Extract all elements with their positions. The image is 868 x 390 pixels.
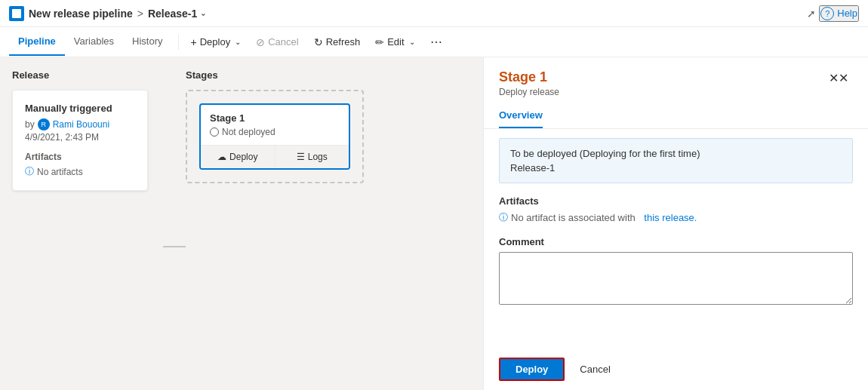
close-icon: ✕ [829, 72, 848, 84]
left-panel: Release Manually triggered by R Rami Bou… [0, 57, 483, 390]
deploy-status-box: To be deployed (Deploying for the first … [499, 138, 853, 183]
right-panel-header: Stage 1 Deploy release ✕ [484, 57, 868, 103]
stages-section-label: Stages [186, 69, 471, 81]
tab-pipeline[interactable]: Pipeline [9, 28, 65, 56]
edit-icon: ✏ [375, 36, 384, 48]
deploy-status-line1: To be deployed (Deploying for the first … [510, 148, 842, 159]
tab-variables[interactable]: Variables [65, 28, 123, 56]
app-icon [9, 6, 24, 21]
nav-divider [178, 35, 179, 50]
connector-line [163, 246, 186, 247]
edit-toolbar-label: Edit [387, 36, 404, 48]
not-deployed-icon [210, 127, 219, 137]
pipeline-name[interactable]: New release pipeline [29, 8, 133, 20]
more-options-button[interactable]: ⋯ [424, 31, 448, 53]
stage-logs-button[interactable]: ☰ Logs [275, 146, 349, 168]
cancel-icon: ⊘ [256, 36, 265, 48]
no-artifact-message: ⓘ No artifact is associated with this re… [499, 211, 853, 224]
refresh-toolbar-label: Refresh [326, 36, 361, 48]
stage-logs-label: Logs [308, 152, 328, 162]
stage-actions: ☁ Deploy ☰ Logs [201, 145, 349, 168]
breadcrumb: New release pipeline > Release-1 ⌄ [29, 8, 206, 20]
info-icon: ⓘ [25, 165, 34, 178]
chevron-down-icon: ⌄ [200, 9, 206, 17]
main-content: Release Manually triggered by R Rami Bou… [0, 57, 868, 390]
stage-card-wrapper: Stage 1 Not deployed ☁ Deploy ☰ [186, 90, 364, 183]
info-icon-artifacts: ⓘ [499, 211, 508, 224]
stage-status-label: Not deployed [222, 127, 275, 137]
release-user[interactable]: Rami Bououni [53, 119, 109, 130]
edit-toolbar-button[interactable]: ✏ Edit ⌄ [369, 32, 420, 52]
right-panel-footer: Deploy Cancel [484, 349, 868, 390]
comment-section: Comment [499, 236, 853, 307]
app-icon-inner [12, 9, 21, 18]
cancel-toolbar-label: Cancel [268, 36, 298, 48]
no-artifacts-label: No artifacts [37, 167, 83, 177]
top-bar-right: ➚ Help [807, 5, 859, 22]
release-by: by R Rami Bououni [25, 118, 135, 131]
breadcrumb-separator: > [137, 8, 143, 20]
refresh-toolbar-button[interactable]: ↻ Refresh [308, 32, 367, 52]
release-section: Release Manually triggered by R Rami Bou… [12, 69, 163, 378]
connector [163, 115, 186, 378]
logs-icon: ☰ [297, 152, 305, 162]
by-label: by [25, 119, 35, 130]
cancel-toolbar-button[interactable]: ⊘ Cancel [250, 32, 304, 52]
stage-status: Not deployed [210, 127, 340, 137]
top-bar-left: New release pipeline > Release-1 ⌄ [9, 6, 807, 21]
toolbar: + Deploy ⌄ ⊘ Cancel ↻ Refresh ✏ Edit ⌄ ⋯ [185, 31, 448, 53]
artifacts-section: Artifacts ⓘ No artifact is associated wi… [499, 195, 853, 224]
deploy-toolbar-label: Deploy [200, 36, 230, 48]
stages-section: Stages Stage 1 Not deployed ☁ Deploy [186, 69, 471, 378]
top-bar: New release pipeline > Release-1 ⌄ ➚ Hel… [0, 0, 868, 27]
cancel-secondary-button[interactable]: Cancel [571, 359, 619, 379]
breadcrumb-release[interactable]: Release-1 ⌄ [148, 8, 206, 20]
deploy-primary-button[interactable]: Deploy [499, 358, 565, 381]
right-panel-tabs: Overview [484, 103, 868, 129]
expand-icon[interactable]: ➚ [807, 8, 816, 20]
stage-card-header: Stage 1 Not deployed [201, 105, 349, 145]
tab-overview[interactable]: Overview [499, 103, 543, 128]
plus-icon: + [191, 36, 197, 48]
help-button[interactable]: Help [819, 5, 859, 22]
release-section-label: Release [12, 69, 163, 81]
artifacts-label: Artifacts [499, 195, 853, 207]
nav-tabs: Pipeline Variables History + Deploy ⌄ ⊘ … [0, 27, 868, 57]
release-card: Manually triggered by R Rami Bououni 4/9… [12, 90, 148, 191]
cloud-deploy-icon: ☁ [217, 152, 226, 162]
comment-label: Comment [499, 236, 853, 247]
release-name: Release-1 [148, 8, 197, 20]
deploy-toolbar-button[interactable]: + Deploy ⌄ [185, 32, 248, 52]
no-artifacts: ⓘ No artifacts [25, 165, 135, 178]
edit-chevron-icon: ⌄ [409, 38, 415, 46]
stage-card: Stage 1 Not deployed ☁ Deploy ☰ [199, 103, 350, 170]
stage-deploy-button[interactable]: ☁ Deploy [201, 146, 275, 168]
release-trigger: Manually triggered [25, 103, 135, 114]
right-panel-body: To be deployed (Deploying for the first … [484, 138, 868, 349]
tab-history[interactable]: History [123, 28, 171, 56]
user-avatar: R [38, 118, 50, 131]
no-artifact-text: No artifact is associated with [511, 212, 636, 223]
right-panel-stage-title: Stage 1 [499, 69, 559, 85]
stage-name: Stage 1 [210, 112, 340, 124]
deploy-status-release: Release-1 [510, 162, 842, 174]
refresh-icon: ↻ [314, 36, 323, 48]
no-artifact-link[interactable]: this release. [644, 212, 697, 223]
release-artifacts-label: Artifacts [25, 152, 135, 162]
stage-deploy-label: Deploy [229, 152, 257, 162]
right-panel-title-group: Stage 1 Deploy release [499, 69, 559, 97]
right-panel: Stage 1 Deploy release ✕ Overview To be … [483, 57, 868, 390]
right-panel-stage-subtitle: Deploy release [499, 87, 559, 97]
help-label: Help [837, 8, 857, 19]
close-button[interactable]: ✕ [824, 69, 853, 87]
deploy-chevron-icon: ⌄ [235, 38, 241, 46]
comment-textarea[interactable] [499, 252, 853, 305]
release-date: 4/9/2021, 2:43 PM [25, 132, 135, 143]
help-icon [820, 7, 834, 20]
